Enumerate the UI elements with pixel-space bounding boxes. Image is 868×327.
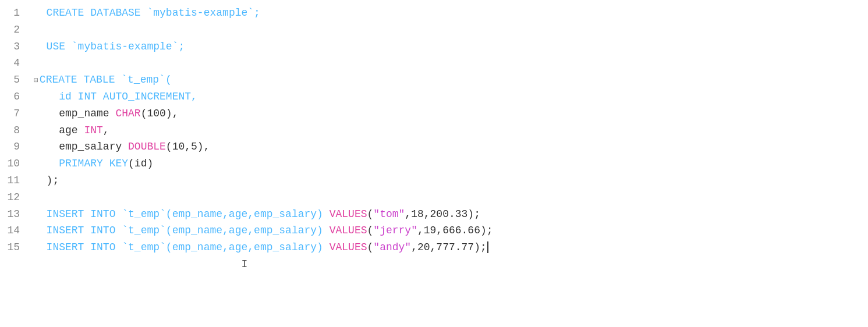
code-line-7: emp_name CHAR(100), <box>34 105 863 122</box>
token-14-4: ( <box>367 225 374 236</box>
token-6-0 <box>34 91 59 102</box>
code-line-2 <box>34 22 863 38</box>
line-number-13: 13 <box>7 206 20 223</box>
token-1-1: CREATE <box>47 7 84 19</box>
token-14-3: VALUES <box>330 225 367 236</box>
code-line-8: age INT, <box>34 122 863 139</box>
code-line-10: PRIMARY KEY(id) <box>34 155 863 172</box>
line-number-2: 2 <box>7 22 20 38</box>
line-number-7: 7 <box>7 105 20 122</box>
line-number-10: 10 <box>7 155 20 172</box>
token-15-6: ,20,777.77); <box>411 241 487 253</box>
token-14-0 <box>34 225 47 236</box>
token-13-4: ( <box>367 208 374 220</box>
code-line-5: ⊟CREATE TABLE `t_emp`( <box>34 72 863 88</box>
token-14-5: "jerry" <box>373 225 417 236</box>
token-5-2 <box>77 74 84 86</box>
token-9-1: emp_salary <box>59 141 128 152</box>
token-9-0 <box>34 141 59 152</box>
code-content[interactable]: CREATE DATABASE `mybatis-example`; USE `… <box>29 5 868 322</box>
code-line-3: USE `mybatis-example`; <box>34 38 863 55</box>
code-line-13: INSERT INTO `t_emp`(emp_name,age,emp_sal… <box>34 206 863 223</box>
token-14-2: `t_emp`(emp_name,age,emp_salary) <box>115 225 329 236</box>
token-13-6: ,18,200.33); <box>405 208 480 220</box>
token-3-1: USE <box>47 41 65 52</box>
token-8-2: INT <box>84 125 102 136</box>
line-number-12: 12 <box>7 189 20 206</box>
token-8-0 <box>34 125 59 136</box>
line-number-15: 15 <box>7 239 20 256</box>
token-7-3: (100), <box>141 108 179 119</box>
token-1-3: DATABASE <box>90 7 140 19</box>
code-line-9: emp_salary DOUBLE(10,5), <box>34 138 863 155</box>
token-1-0 <box>34 7 47 19</box>
line-number-4: 4 <box>7 55 20 72</box>
code-line-12 <box>34 189 863 206</box>
token-8-3: , <box>103 125 109 136</box>
line-number-11: 11 <box>7 172 20 189</box>
token-13-3: VALUES <box>330 208 367 220</box>
token-15-3: VALUES <box>330 241 367 253</box>
line-number-14: 14 <box>7 222 20 239</box>
token-7-1: emp_name <box>59 108 115 119</box>
token-15-2: `t_emp`(emp_name,age,emp_salary) <box>115 241 329 253</box>
token-5-1: CREATE <box>40 74 77 86</box>
line-number-6: 6 <box>7 88 20 105</box>
line-number-9: 9 <box>7 138 20 155</box>
token-9-2: DOUBLE <box>128 141 166 152</box>
token-15-1: INSERT INTO <box>47 241 116 253</box>
line-number-1: 1 <box>7 5 20 22</box>
token-10-2: (id) <box>128 158 153 169</box>
cursor-area: I <box>34 256 863 273</box>
token-10-1: PRIMARY KEY <box>59 158 128 169</box>
code-line-14: INSERT INTO `t_emp`(emp_name,age,emp_sal… <box>34 222 863 239</box>
token-5-3: TABLE <box>83 74 115 86</box>
token-15-4: ( <box>367 241 374 253</box>
token-13-1: INSERT INTO <box>47 208 116 220</box>
token-13-2: `t_emp`(emp_name,age,emp_salary) <box>115 208 329 220</box>
code-line-11: ); <box>34 172 863 189</box>
token-13-0 <box>34 208 47 220</box>
token-14-6: ,19,666.66); <box>417 225 493 236</box>
token-3-0 <box>34 41 47 52</box>
token-3-2: `mybatis-example`; <box>65 41 185 52</box>
code-line-6: id INT AUTO_INCREMENT, <box>34 88 863 105</box>
token-7-2: CHAR <box>115 108 140 119</box>
code-editor: 123456789101112131415 CREATE DATABASE `m… <box>0 0 868 327</box>
token-15-5: "andy" <box>373 241 411 253</box>
line-number-5: 5 <box>7 72 20 88</box>
code-line-15: INSERT INTO `t_emp`(emp_name,age,emp_sal… <box>34 239 863 256</box>
line-number-3: 3 <box>7 38 20 55</box>
line-numbers: 123456789101112131415 <box>0 5 29 322</box>
token-8-1: age <box>59 125 84 136</box>
token-13-5: "tom" <box>373 208 405 220</box>
line-number-8: 8 <box>7 122 20 139</box>
token-1-4: `mybatis-example`; <box>141 7 260 19</box>
token-5-0: ⊟ <box>34 76 38 85</box>
token-15-0 <box>34 241 47 253</box>
token-1-2 <box>84 7 90 19</box>
code-line-1: CREATE DATABASE `mybatis-example`; <box>34 5 863 22</box>
text-cursor <box>487 241 488 253</box>
token-7-0 <box>34 108 59 119</box>
token-11-0 <box>34 175 47 186</box>
token-6-1: id INT AUTO_INCREMENT, <box>59 91 197 102</box>
token-10-0 <box>34 158 59 169</box>
token-9-3: (10,5), <box>166 141 210 152</box>
code-line-4 <box>34 55 863 72</box>
token-14-1: INSERT INTO <box>47 225 116 236</box>
token-11-1: ); <box>47 175 59 186</box>
token-5-4: `t_emp`( <box>115 74 171 86</box>
